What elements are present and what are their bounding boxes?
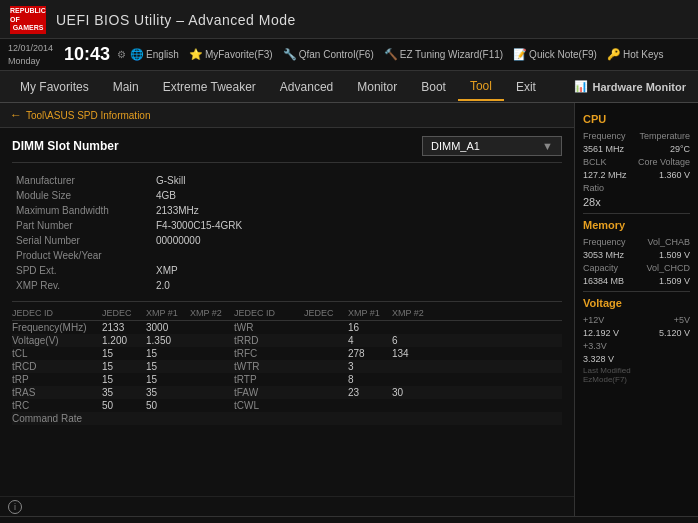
table-row: tRCD 15 15 tWTR 3 <box>12 360 562 373</box>
nav-item-tool[interactable]: Tool <box>458 73 504 101</box>
timing-section: JEDEC ID JEDEC XMP #1 XMP #2 JEDEC ID JE… <box>12 306 562 425</box>
timing-rows: Frequency(MHz) 2133 3000 tWR 16 Voltage(… <box>12 321 562 425</box>
mem-freq-row: Frequency Vol_CHAB <box>583 237 690 247</box>
memory-section-title: Memory <box>583 219 690 231</box>
mem-freq-value: 3053 MHz <box>583 250 624 260</box>
voltage-12v-value-row: 12.192 V 5.120 V <box>583 328 690 338</box>
topbar-myfavorite[interactable]: ⭐ MyFavorite(F3) <box>189 48 273 61</box>
mem-volchcd-value: 1.509 V <box>659 276 690 286</box>
mem-freq-value-row: 3053 MHz 1.509 V <box>583 250 690 260</box>
topbar-date: 12/01/2014 <box>8 42 53 55</box>
cpu-temp-value: 29°C <box>670 144 690 154</box>
topbar-qfan[interactable]: 🔧 Qfan Control(F6) <box>283 48 374 61</box>
nav-item-myfavorites[interactable]: My Favorites <box>8 74 101 100</box>
cpu-freq-value-row: 3561 MHz 29°C <box>583 144 690 154</box>
table-row: Maximum Bandwidth 2133MHz <box>12 203 562 218</box>
bios-header: REPUBLIC OF GAMERS UEFI BIOS Utility – A… <box>0 0 698 39</box>
cpu-bclk-label: BCLK <box>583 157 607 167</box>
voltage-section-title: Voltage <box>583 297 690 309</box>
right-sidebar: CPU Frequency Temperature 3561 MHz 29°C … <box>574 103 698 516</box>
cpu-ratio-label: Ratio <box>583 183 604 193</box>
table-row: Voltage(V) 1.200 1.350 tRRD 4 6 <box>12 334 562 347</box>
mem-volchab-label: Vol_CHAB <box>647 237 690 247</box>
dimm-slot-label: DIMM Slot Number <box>12 139 119 153</box>
table-row: Part Number F4-3000C15-4GRK <box>12 218 562 233</box>
star-icon: ⭐ <box>189 48 203 61</box>
bios-title: UEFI BIOS Utility – Advanced Mode <box>56 12 296 28</box>
nav-item-boot[interactable]: Boot <box>409 74 458 100</box>
table-row: tRC 50 50 tCWL <box>12 399 562 412</box>
mem-cap-value: 16384 MB <box>583 276 624 286</box>
cpu-temp-label: Temperature <box>639 131 690 141</box>
cpu-corev-label: Core Voltage <box>638 157 690 167</box>
nav-item-main[interactable]: Main <box>101 74 151 100</box>
voltage-33v-label: +3.3V <box>583 341 607 351</box>
voltage-12v-value: 12.192 V <box>583 328 619 338</box>
timing-col-jedec: JEDEC <box>102 308 146 318</box>
table-row: Module Size 4GB <box>12 188 562 203</box>
nav-item-exit[interactable]: Exit <box>504 74 548 100</box>
info-icon-bar: i <box>0 496 574 516</box>
voltage-12v-row: +12V +5V <box>583 315 690 325</box>
cpu-ratio-value: 28x <box>583 196 690 208</box>
info-table: Manufacturer G-Skill Module Size 4GB Max… <box>12 173 562 293</box>
mem-cap-value-row: 16384 MB 1.509 V <box>583 276 690 286</box>
note-icon: 📝 <box>513 48 527 61</box>
hardware-monitor-nav-label: 📊 Hardware Monitor <box>574 80 690 93</box>
table-row: Product Week/Year <box>12 248 562 263</box>
voltage-33v-value: 3.328 V <box>583 354 690 364</box>
table-row: SPD Ext. XMP <box>12 263 562 278</box>
mem-cap-label: Capacity <box>583 263 618 273</box>
left-content: ← Tool\ASUS SPD Information DIMM Slot Nu… <box>0 103 574 516</box>
last-modified: Last Modified EzMode(F7) <box>583 366 690 384</box>
topbar-time: 10:43 <box>64 44 110 65</box>
rog-logo: REPUBLIC OF GAMERS <box>10 6 46 34</box>
dimm-slot-select[interactable]: DIMM_A1 ▼ <box>422 136 562 156</box>
breadcrumb: ← Tool\ASUS SPD Information <box>0 103 574 128</box>
globe-icon: 🌐 <box>130 48 144 61</box>
monitor-nav-icon: 📊 <box>574 80 588 93</box>
mem-volchcd-label: Vol_CHCD <box>646 263 690 273</box>
topbar-language[interactable]: 🌐 English <box>130 48 179 61</box>
cpu-freq-label: Frequency <box>583 131 626 141</box>
settings-icon[interactable]: ⚙ <box>117 49 126 60</box>
cpu-section-title: CPU <box>583 113 690 125</box>
mem-cap-row: Capacity Vol_CHCD <box>583 263 690 273</box>
table-row: Manufacturer G-Skill <box>12 173 562 188</box>
table-row: tCL 15 15 tRFC 278 134 <box>12 347 562 360</box>
footer-bar: Version 2.16.1242. Copyright (C) 2014 Am… <box>0 516 698 523</box>
cpu-freq-row: Frequency Temperature <box>583 131 690 141</box>
fan-icon: 🔧 <box>283 48 297 61</box>
dropdown-arrow-icon: ▼ <box>542 140 553 152</box>
nav-item-extreme-tweaker[interactable]: Extreme Tweaker <box>151 74 268 100</box>
back-arrow-icon[interactable]: ← <box>10 108 22 122</box>
timing-col-xmp2: XMP #2 <box>190 308 234 318</box>
key-icon: 🔑 <box>607 48 621 61</box>
nav-menu: My Favorites Main Extreme Tweaker Advanc… <box>0 71 698 103</box>
cpu-bclk-row: BCLK Core Voltage <box>583 157 690 167</box>
timing-col-xmp2-2: XMP #2 <box>392 308 436 318</box>
table-row: XMP Rev. 2.0 <box>12 278 562 293</box>
timing-col-jedec2: JEDEC <box>304 308 348 318</box>
rog-logo-box: REPUBLIC OF GAMERS <box>10 6 46 34</box>
table-row: Frequency(MHz) 2133 3000 tWR 16 <box>12 321 562 334</box>
table-row: tRP 15 15 tRTP 8 <box>12 373 562 386</box>
topbar-eztuning[interactable]: 🔨 EZ Tuning Wizard(F11) <box>384 48 503 61</box>
table-row: Command Rate <box>12 412 562 425</box>
nav-item-monitor[interactable]: Monitor <box>345 74 409 100</box>
main-layout: ← Tool\ASUS SPD Information DIMM Slot Nu… <box>0 103 698 516</box>
nav-item-advanced[interactable]: Advanced <box>268 74 345 100</box>
timing-col-jedecid: JEDEC ID <box>12 308 102 318</box>
mem-freq-label: Frequency <box>583 237 626 247</box>
timing-col-xmp1-2: XMP #1 <box>348 308 392 318</box>
topbar-hotkeys[interactable]: 🔑 Hot Keys <box>607 48 664 61</box>
topbar-quicknote[interactable]: 📝 Quick Note(F9) <box>513 48 597 61</box>
timing-col-xmp1: XMP #1 <box>146 308 190 318</box>
dimm-slot-row: DIMM Slot Number DIMM_A1 ▼ <box>12 136 562 163</box>
voltage-33v-row: +3.3V <box>583 341 690 351</box>
info-icon[interactable]: i <box>8 500 22 514</box>
voltage-5v-value: 5.120 V <box>659 328 690 338</box>
cpu-ratio-row: Ratio <box>583 183 690 193</box>
wizard-icon: 🔨 <box>384 48 398 61</box>
table-row: tRAS 35 35 tFAW 23 30 <box>12 386 562 399</box>
